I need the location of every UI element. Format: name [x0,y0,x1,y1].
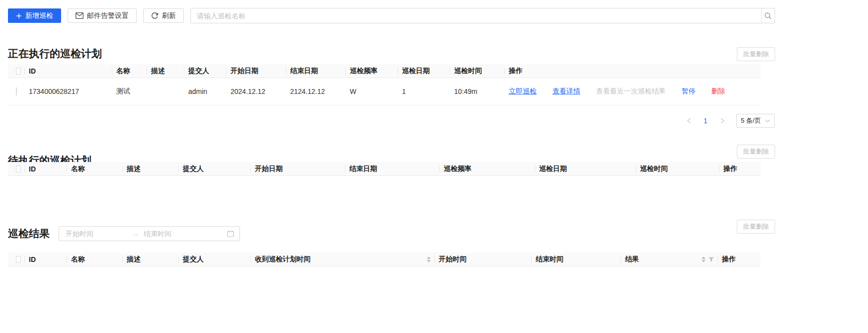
arrow-right-icon: → [132,230,139,238]
running-batch-delete-button[interactable]: 批量删除 [737,47,775,61]
column-header-id: ID [25,64,112,78]
column-header-inspection-date: 巡检日期 [535,162,636,175]
results-table-header: ID 名称 描述 提交人 收到巡检计划时间 开始时间 结束时间 结果 操作 [8,252,761,266]
cell-inspection-date: 1 [398,87,450,95]
select-all-checkbox[interactable] [16,68,21,75]
email-alert-settings-button[interactable]: 邮件告警设置 [68,8,137,23]
column-header-name: 名称 [67,162,123,175]
results-table: ID 名称 描述 提交人 收到巡检计划时间 开始时间 结束时间 结果 操作 [8,252,761,266]
column-header-id: ID [25,162,67,175]
view-last-result-link: 查看最近一次巡检结果 [596,87,666,95]
refresh-label: 刷新 [162,11,176,20]
column-header-frequency: 巡检频率 [440,162,535,175]
calendar-icon [227,230,234,237]
refresh-icon [151,12,158,19]
sort-icon[interactable] [702,256,706,262]
column-header-frequency: 巡检频率 [346,64,398,78]
cell-actions: 立即巡检 查看详情 查看最近一次巡检结果 暂停 删除 [505,87,761,96]
cell-end-date: 2124.12.12 [286,87,346,95]
page-size-value: 5 条/页 [741,116,761,125]
chevron-down-icon [765,119,770,123]
results-section-title: 巡检结果 [8,227,50,241]
toolbar: 新增巡检 邮件告警设置 刷新 [8,8,775,23]
column-header-start-date: 开始日期 [251,162,345,175]
cell-name: 测试 [112,87,147,96]
select-all-checkbox[interactable] [16,166,21,172]
column-header-actions: 操作 [719,162,761,175]
results-section-header: 巡检结果 → [8,226,240,241]
date-range-picker[interactable]: → [59,226,240,241]
column-header-submitter: 提交人 [179,162,251,175]
pagination: 1 5 条/页 [682,114,775,128]
cell-frequency: W [346,87,398,95]
results-batch-delete-button[interactable]: 批量删除 [737,220,775,234]
envelope-icon [76,12,83,19]
sort-icon[interactable] [427,256,431,262]
plus-icon [16,13,22,19]
page-size-select[interactable]: 5 条/页 [736,114,775,128]
running-table: ID 名称 描述 提交人 开始日期 结束日期 巡检频率 巡检日期 巡检时间 操作… [8,64,761,105]
delete-link[interactable]: 删除 [711,87,725,95]
column-header-name: 名称 [112,64,147,78]
start-time-input[interactable] [65,229,128,238]
column-header-inspection-date: 巡检日期 [398,64,450,78]
cell-start-date: 2024.12.12 [227,87,286,95]
column-header-submitter: 提交人 [184,64,227,78]
column-header-end-date: 结束日期 [345,162,440,175]
add-inspection-button[interactable]: 新增巡检 [8,8,61,23]
filter-funnel-icon[interactable] [709,257,714,262]
pagination-next-button[interactable] [715,114,729,128]
end-time-input[interactable] [143,229,206,238]
column-header-description: 描述 [123,162,179,175]
cell-submitter: admin [184,87,227,95]
search-box [190,8,775,23]
plan-received-time-label: 收到巡检计划时间 [255,255,311,264]
column-header-submitter: 提交人 [179,252,251,266]
column-header-result: 结果 [621,252,718,266]
add-inspection-label: 新增巡检 [25,11,53,20]
result-label: 结果 [625,255,639,264]
column-header-start-date: 开始日期 [227,64,286,78]
run-now-link[interactable]: 立即巡检 [509,87,537,95]
cell-inspection-time: 10:49m [450,87,505,95]
pagination-prev-button[interactable] [682,114,696,128]
column-header-actions: 操作 [718,252,761,266]
pending-table-header: ID 名称 描述 提交人 开始日期 结束日期 巡检频率 巡检日期 巡检时间 操作 [8,162,761,176]
column-header-end-date: 结束日期 [286,64,346,78]
row-checkbox[interactable] [16,87,17,95]
running-section-title: 正在执行的巡检计划 [8,47,102,61]
pause-link[interactable]: 暂停 [682,87,696,95]
column-header-actions: 操作 [505,64,761,78]
column-header-start-time: 开始时间 [435,252,532,266]
chevron-left-icon [687,118,691,124]
view-details-link[interactable]: 查看详情 [552,87,580,95]
magnifier-icon [764,12,772,20]
chevron-right-icon [720,118,725,124]
table-row: 1734000628217 测试 admin 2024.12.12 2124.1… [8,78,761,105]
running-table-header: ID 名称 描述 提交人 开始日期 结束日期 巡检频率 巡检日期 巡检时间 操作 [8,64,761,78]
pending-table: ID 名称 描述 提交人 开始日期 结束日期 巡检频率 巡检日期 巡检时间 操作 [8,162,761,176]
column-header-name: 名称 [67,252,123,266]
cell-id: 1734000628217 [25,87,112,95]
search-button[interactable] [761,8,775,23]
pagination-page-1[interactable]: 1 [699,117,712,125]
search-input[interactable] [191,8,761,23]
column-header-plan-received-time: 收到巡检计划时间 [251,252,435,266]
pending-batch-delete-button[interactable]: 批量删除 [737,145,775,159]
select-all-checkbox[interactable] [16,256,21,263]
email-alert-settings-label: 邮件告警设置 [87,11,129,20]
column-header-end-time: 结束时间 [532,252,621,266]
column-header-description: 描述 [123,252,179,266]
column-header-description: 描述 [147,64,184,78]
column-header-inspection-time: 巡检时间 [636,162,719,175]
column-header-inspection-time: 巡检时间 [450,64,505,78]
column-header-id: ID [25,252,67,266]
refresh-button[interactable]: 刷新 [143,8,184,23]
